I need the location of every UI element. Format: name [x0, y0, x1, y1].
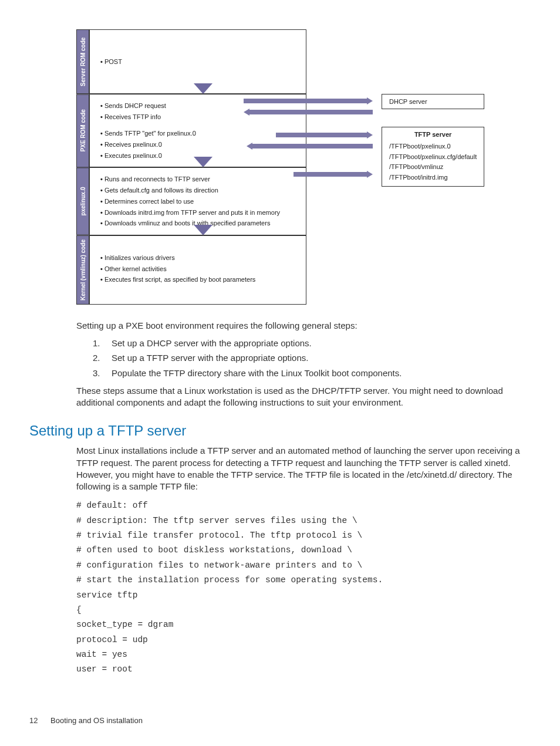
section-heading: Setting up a TFTP server: [29, 423, 531, 439]
stage3-item: Runs and reconnects to TFTP server: [100, 174, 298, 185]
stage4-item: Executes first script, as specified by b…: [100, 274, 298, 285]
code-block: # default: off # description: The tftp s…: [76, 498, 531, 677]
stage4-item: Other kernel activities: [100, 264, 298, 275]
chapter-title: Booting and OS installation: [50, 716, 143, 725]
stage3-item: Gets default.cfg and follows its directi…: [100, 185, 298, 196]
stage4-box: Initializes various drivers Other kernel…: [89, 235, 306, 305]
note-text: These steps assume that a Linux workstat…: [76, 385, 525, 409]
step-text: Populate the TFTP directory share with t…: [112, 367, 402, 379]
arrow-down-icon: [194, 157, 212, 167]
tftp-line: /TFTPboot/pxelinux.cfg/default: [389, 152, 477, 163]
section-body: Most Linux installations include a TFTP …: [76, 445, 525, 492]
stage3-item: Determines correct label to use: [100, 196, 298, 207]
arrow-down-icon: [194, 225, 212, 235]
intro-text: Setting up a PXE boot environment requir…: [76, 320, 525, 332]
step-number: 2.: [93, 352, 112, 364]
stage1-label: Server ROM code: [76, 29, 89, 94]
step-text: Set up a DHCP server with the appropriat…: [112, 337, 312, 349]
steps-list: 1.Set up a DHCP server with the appropri…: [93, 337, 525, 379]
page-footer: 12 Booting and OS installation: [29, 716, 143, 725]
arrow-down-icon: [194, 83, 212, 94]
step-text: Set up a TFTP server with the appropriat…: [112, 352, 308, 364]
dhcp-server-box: DHCP server: [382, 94, 484, 109]
stage1-item: POST: [100, 56, 122, 67]
step-number: 3.: [93, 367, 112, 379]
tftp-line: /TFTPboot/pxelinux.0: [389, 141, 477, 152]
stage4-label: Kernel (vmlinuz) code: [76, 235, 89, 305]
stage4-item: Initializes various drivers: [100, 252, 298, 264]
tftp-title: TFTP server: [414, 131, 451, 138]
stage3-label: pxelinux.0: [76, 167, 89, 235]
stage3-item: Downloads initrd.img from TFTP server an…: [100, 207, 298, 218]
stage2-item: Sends TFTP "get" for pxelinux.0: [100, 128, 298, 139]
dhcp-title: DHCP server: [389, 98, 427, 105]
page-number: 12: [29, 716, 38, 725]
pxe-boot-diagram: Server ROM code POST PXE ROM code Sends …: [76, 29, 487, 305]
step-number: 1.: [93, 337, 112, 349]
stage2-label: PXE ROM code: [76, 94, 89, 167]
